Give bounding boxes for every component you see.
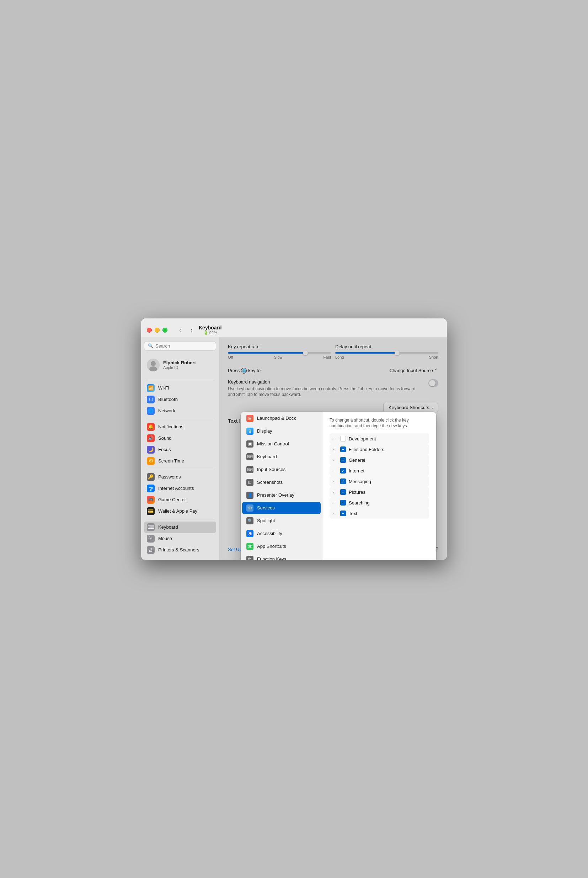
- messaging-label: Messaging: [349, 479, 371, 484]
- main-content: 🔍 Elphick Robert Apple ID: [141, 337, 447, 560]
- modal-label-launchpad: Launchpad & Dock: [257, 415, 296, 421]
- shortcut-row-general[interactable]: › − General: [330, 455, 429, 465]
- sidebar-item-wallet[interactable]: 💳 Wallet & Apple Pay: [144, 505, 216, 517]
- keyboard-shortcuts-modal: ⊞ Launchpad & Dock 🖥 Display ▣ Mission C…: [241, 412, 436, 560]
- modal-label-function-keys: Function Keys: [257, 556, 286, 560]
- sidebar-label-mouse: Mouse: [158, 536, 172, 541]
- modal-main: To change a shortcut, double click the k…: [322, 412, 436, 560]
- internet-checkbox[interactable]: ✓: [340, 468, 346, 474]
- modal-item-presenter[interactable]: 👤 Presenter Overlay: [242, 489, 321, 501]
- right-panel: Key repeat rate Off Slow Fast: [219, 337, 447, 560]
- window-title: Keyboard: [199, 325, 222, 331]
- minimize-button[interactable]: [154, 328, 160, 333]
- svg-point-1: [151, 361, 156, 366]
- maximize-button[interactable]: [162, 328, 168, 333]
- forward-arrow-icon[interactable]: ›: [188, 327, 196, 333]
- messaging-checkbox[interactable]: ✓: [340, 478, 346, 484]
- modal-item-keyboard[interactable]: ⌨ Keyboard: [242, 451, 321, 463]
- sidebar-item-screen-time[interactable]: ⏱ Screen Time: [144, 456, 216, 467]
- internet-accounts-icon: @: [147, 484, 154, 492]
- shortcut-row-development[interactable]: › Development: [330, 433, 429, 444]
- modal-label-spotlight: Spotlight: [257, 518, 275, 523]
- shortcut-row-pictures[interactable]: › − Pictures: [330, 487, 429, 497]
- sidebar-label-focus: Focus: [158, 447, 171, 452]
- shortcut-row-files[interactable]: › − Files and Folders: [330, 444, 429, 455]
- keyboard-modal-icon: ⌨: [246, 453, 254, 460]
- files-checkbox[interactable]: −: [340, 447, 346, 452]
- modal-label-mission: Mission Control: [257, 441, 289, 447]
- sidebar-label-keyboard: Keyboard: [158, 525, 178, 530]
- sidebar-item-mouse[interactable]: 🖱 Mouse: [144, 533, 216, 544]
- modal-item-function-keys[interactable]: fn Function Keys: [242, 553, 321, 560]
- modal-item-services[interactable]: ⚙ Services: [242, 502, 321, 514]
- function-keys-icon: fn: [246, 556, 254, 560]
- modal-item-screenshots[interactable]: ⊡ Screenshots: [242, 477, 321, 489]
- sidebar-label-sound: Sound: [158, 436, 172, 441]
- modal-label-accessibility: Accessibility: [257, 531, 282, 536]
- modal-content-area: To change a shortcut, double click the k…: [322, 412, 436, 560]
- expand-arrow-icon: ›: [332, 447, 338, 451]
- mission-icon: ▣: [246, 441, 254, 448]
- mouse-icon: 🖱: [147, 535, 154, 543]
- notifications-icon: 🔔: [147, 423, 154, 431]
- modal-sidebar: ⊞ Launchpad & Dock 🖥 Display ▣ Mission C…: [241, 412, 322, 560]
- titlebar: ‹ › Keyboard 🔋 92%: [141, 319, 447, 337]
- modal-item-mission[interactable]: ▣ Mission Control: [242, 438, 321, 450]
- files-label: Files and Folders: [349, 447, 384, 452]
- modal-item-display[interactable]: 🖥 Display: [242, 425, 321, 437]
- sidebar-label-printers: Printers & Scanners: [158, 547, 200, 552]
- expand-arrow-icon: ›: [332, 458, 338, 462]
- sidebar-item-network[interactable]: 🌐 Network: [144, 405, 216, 416]
- text-checkbox[interactable]: −: [340, 511, 346, 516]
- modal-body: ⊞ Launchpad & Dock 🖥 Display ▣ Mission C…: [241, 412, 436, 560]
- pictures-checkbox[interactable]: −: [340, 489, 346, 495]
- search-bar[interactable]: 🔍: [144, 341, 216, 351]
- shortcut-row-text[interactable]: › − Text: [330, 508, 429, 519]
- development-checkbox[interactable]: [340, 436, 346, 442]
- sidebar-item-focus[interactable]: 🌙 Focus: [144, 444, 216, 456]
- sidebar-item-passwords[interactable]: 🔑 Passwords: [144, 471, 216, 483]
- sidebar: 🔍 Elphick Robert Apple ID: [141, 337, 219, 560]
- modal-item-accessibility[interactable]: ♿ Accessibility: [242, 528, 321, 540]
- modal-label-display: Display: [257, 428, 272, 434]
- printers-icon: 🖨: [147, 546, 154, 554]
- search-input[interactable]: [155, 343, 212, 349]
- shortcut-row-internet[interactable]: › ✓ Internet: [330, 465, 429, 476]
- user-subtitle: Apple ID: [163, 365, 196, 370]
- modal-item-spotlight[interactable]: 🔍 Spotlight: [242, 515, 321, 527]
- modal-label-input-sources: Input Sources: [257, 467, 285, 472]
- user-profile[interactable]: Elphick Robert Apple ID: [144, 356, 216, 374]
- shortcut-row-messaging[interactable]: › ✓ Messaging: [330, 476, 429, 487]
- modal-item-launchpad[interactable]: ⊞ Launchpad & Dock: [242, 412, 321, 424]
- expand-arrow-icon: ›: [332, 469, 338, 473]
- sidebar-item-notifications[interactable]: 🔔 Notifications: [144, 421, 216, 433]
- sidebar-item-internet-accounts[interactable]: @ Internet Accounts: [144, 483, 216, 494]
- sidebar-label-notifications: Notifications: [158, 424, 183, 429]
- spotlight-icon: 🔍: [246, 517, 254, 525]
- modal-item-app-shortcuts[interactable]: ⌘ App Shortcuts: [242, 540, 321, 552]
- divider: [146, 469, 215, 469]
- modal-item-input-sources[interactable]: ⌨ Input Sources: [242, 463, 321, 476]
- sidebar-item-bluetooth[interactable]: ⬡ Bluetooth: [144, 394, 216, 405]
- input-sources-icon: ⌨: [246, 466, 254, 473]
- sidebar-item-sound[interactable]: 🔊 Sound: [144, 433, 216, 444]
- expand-arrow-icon: ›: [332, 511, 338, 516]
- close-button[interactable]: [147, 328, 152, 333]
- searching-checkbox[interactable]: −: [340, 500, 346, 505]
- app-shortcuts-icon: ⌘: [246, 543, 254, 550]
- shortcut-row-searching[interactable]: › − Searching: [330, 497, 429, 508]
- sidebar-label-network: Network: [158, 408, 175, 413]
- modal-label-app-shortcuts: App Shortcuts: [257, 544, 286, 549]
- sidebar-item-wifi[interactable]: 📶 Wi-Fi: [144, 382, 216, 394]
- development-label: Development: [349, 436, 376, 442]
- network-icon: 🌐: [147, 407, 154, 415]
- display-icon: 🖥: [246, 428, 254, 435]
- sidebar-item-printers[interactable]: 🖨 Printers & Scanners: [144, 544, 216, 556]
- back-arrow-icon[interactable]: ‹: [176, 327, 184, 333]
- sidebar-item-game-center[interactable]: 🎮 Game Center: [144, 494, 216, 505]
- general-checkbox[interactable]: −: [340, 457, 346, 463]
- sidebar-label-wallet: Wallet & Apple Pay: [158, 508, 197, 514]
- traffic-lights: [147, 328, 168, 333]
- modal-label-services: Services: [257, 505, 275, 511]
- sidebar-item-keyboard[interactable]: ⌨ Keyboard: [144, 522, 216, 533]
